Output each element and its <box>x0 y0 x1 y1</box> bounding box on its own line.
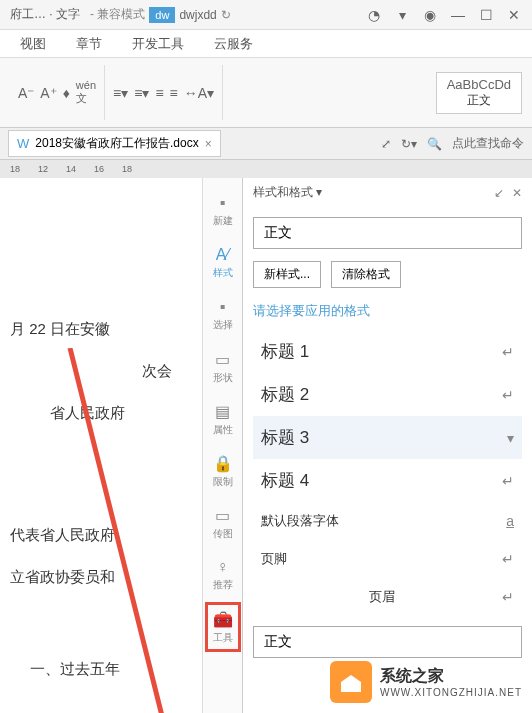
toolbox-icon: 🧰 <box>213 610 233 629</box>
clear-format-button[interactable]: 清除格式 <box>331 261 401 288</box>
indent-right-button[interactable]: ≡ <box>170 85 178 101</box>
maximize-button[interactable]: ☐ <box>476 5 496 25</box>
image-icon: ▭ <box>215 506 230 525</box>
style-item-h1[interactable]: 标题 1↵ <box>253 330 522 373</box>
doc-text: 省人民政府 <box>10 392 192 434</box>
side-tool-highlighted[interactable]: 🧰工具 <box>205 602 241 652</box>
current-style-box[interactable]: 正文 <box>253 626 522 658</box>
refresh-icon[interactable]: ↻▾ <box>401 137 417 151</box>
tab-close-button[interactable]: × <box>205 137 212 151</box>
phonetic-button[interactable]: wén文 <box>76 79 96 106</box>
char-scale-button[interactable]: ↔A▾ <box>184 85 214 101</box>
doc-text: 次会 <box>10 350 192 392</box>
style-item-h2[interactable]: 标题 2↵ <box>253 373 522 416</box>
style-item-header[interactable]: 页眉↵ <box>253 578 522 616</box>
settings-icon[interactable]: ◉ <box>420 5 440 25</box>
panel-hint: 请选择要应用的格式 <box>253 302 522 320</box>
current-style-display[interactable]: 正文 <box>253 217 522 249</box>
side-limit[interactable]: 🔒限制 <box>205 446 241 496</box>
document-body[interactable]: 月 22 日在安徽 次会 省人民政府 代表省人民政府 立省政协委员和 一、过去五… <box>0 178 202 713</box>
dw-badge: dw <box>149 7 175 23</box>
style-item-h4[interactable]: 标题 4↵ <box>253 459 522 502</box>
doc-text: 月 22 日在安徽 <box>10 308 192 350</box>
side-style[interactable]: A⁄样式 <box>205 238 241 288</box>
indent-left-button[interactable]: ≡ <box>155 85 163 101</box>
bulb-icon: ♀ <box>217 558 229 576</box>
search-icon[interactable]: 🔍 <box>427 137 442 151</box>
panel-title: 样式和格式 ▾ <box>253 184 322 201</box>
style-preview-box[interactable]: AaBbCcDd 正文 <box>436 72 522 114</box>
filename-label: dwjxdd <box>179 8 216 22</box>
style-item-footer[interactable]: 页脚↵ <box>253 540 522 578</box>
doc-text: 代表省人民政府 <box>10 514 192 556</box>
compat-mode-label: - 兼容模式 <box>90 6 145 23</box>
new-style-button[interactable]: 新样式... <box>253 261 321 288</box>
ruler: 1812141618 <box>0 160 532 178</box>
dropdown-icon[interactable]: ▾ <box>392 5 412 25</box>
minimize-button[interactable]: — <box>448 5 468 25</box>
side-prop[interactable]: ▤属性 <box>205 394 241 444</box>
menu-chapter[interactable]: 章节 <box>76 35 102 53</box>
menu-cloud[interactable]: 云服务 <box>214 35 253 53</box>
document-tab[interactable]: W 2018安徽省政府工作报告.docx × <box>8 130 221 157</box>
file-icon: ▪ <box>220 194 226 212</box>
panel-close-button[interactable]: ✕ <box>512 186 522 200</box>
lock-icon: 🔒 <box>213 454 233 473</box>
word-doc-icon: W <box>17 136 29 151</box>
document-tab-name: 2018安徽省政府工作报告.docx <box>35 135 198 152</box>
shape-icon: ▭ <box>215 350 230 369</box>
prop-icon: ▤ <box>215 402 230 421</box>
side-recommend[interactable]: ♀推荐 <box>205 550 241 600</box>
watermark-logo-icon <box>330 661 372 703</box>
style-list: 标题 1↵ 标题 2↵ 标题 3▾ 标题 4↵ 默认段落字体a 页脚↵ 页眉↵ <box>253 330 522 616</box>
title-doc-tab: 府工… · 文字 <box>0 6 90 23</box>
menu-dev[interactable]: 开发工具 <box>132 35 184 53</box>
doc-text: 立省政协委员和 <box>10 556 192 598</box>
clear-format-button[interactable]: ♦ <box>63 85 70 101</box>
bullets-button[interactable]: ≡▾ <box>113 85 128 101</box>
side-new[interactable]: ▪新建 <box>205 186 241 236</box>
app-icon[interactable]: ◔ <box>364 5 384 25</box>
search-hint[interactable]: 点此查找命令 <box>452 135 524 152</box>
style-item-h3[interactable]: 标题 3▾ <box>253 416 522 459</box>
close-button[interactable]: ✕ <box>504 5 524 25</box>
select-icon: ▪ <box>220 298 226 316</box>
watermark: 系统之家 WWW.XITONGZHIJIA.NET <box>330 661 522 703</box>
panel-pin-icon[interactable]: ↙ <box>494 186 504 200</box>
sync-icon[interactable]: ↻ <box>221 8 231 22</box>
menu-view[interactable]: 视图 <box>20 35 46 53</box>
style-item-default-font[interactable]: 默认段落字体a <box>253 502 522 540</box>
style-a-icon: A⁄ <box>216 246 229 264</box>
font-shrink-button[interactable]: A⁻ <box>18 85 34 101</box>
doc-text: 一、过去五年 <box>10 648 192 690</box>
font-grow-button[interactable]: A⁺ <box>40 85 56 101</box>
side-transfer[interactable]: ▭传图 <box>205 498 241 548</box>
numbering-button[interactable]: ≡▾ <box>134 85 149 101</box>
side-select[interactable]: ▪选择 <box>205 290 241 340</box>
collapse-icon[interactable]: ⤢ <box>381 137 391 151</box>
side-shape[interactable]: ▭形状 <box>205 342 241 392</box>
